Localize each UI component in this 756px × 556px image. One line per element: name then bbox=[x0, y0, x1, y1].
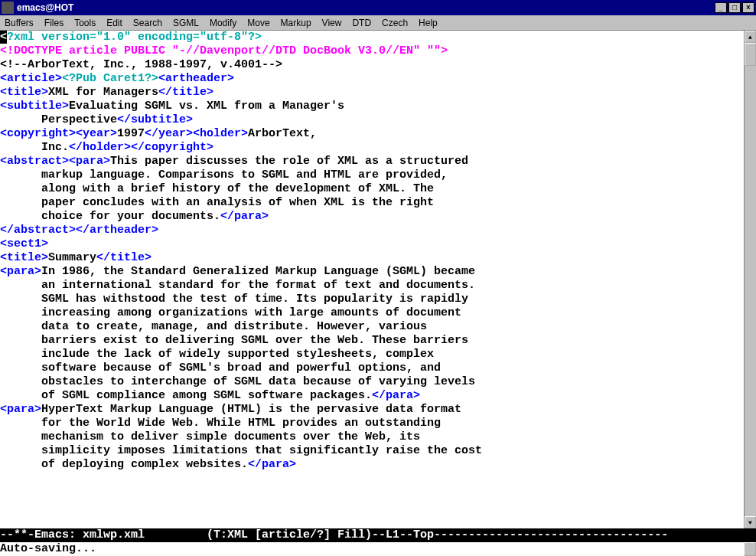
tag-copyright-close: </copyright> bbox=[131, 141, 213, 154]
tag-artheader-close: </artheader> bbox=[76, 224, 158, 237]
cursor: < bbox=[0, 31, 7, 44]
tag-subtitle-open: <subtitle> bbox=[0, 100, 69, 113]
minibuffer[interactable]: Auto-saving... bbox=[0, 542, 744, 556]
text-p1-6: barriers exist to delivering SGML over t… bbox=[0, 334, 468, 347]
tag-holder-close: </holder> bbox=[69, 141, 131, 154]
scroll-track[interactable] bbox=[745, 43, 756, 516]
menu-czech[interactable]: Czech bbox=[382, 18, 408, 28]
menu-markup[interactable]: Markup bbox=[281, 18, 311, 28]
tag-abstract-close: </abstract> bbox=[0, 224, 76, 237]
text-p1-3: SGML has withstood the test of time. Its… bbox=[0, 293, 468, 306]
scroll-down-button[interactable]: ▼ bbox=[745, 516, 756, 528]
menu-sgml[interactable]: SGML bbox=[173, 18, 199, 28]
comment: <!--ArborText, Inc., 1988-1997, v.4001--… bbox=[0, 58, 282, 71]
tag-holder-open: <holder> bbox=[193, 127, 248, 140]
tag-year-close: </year> bbox=[145, 127, 193, 140]
text-p1-8: software because of SGML's broad and pow… bbox=[0, 361, 441, 374]
menu-edit[interactable]: Edit bbox=[106, 18, 122, 28]
pi-pub: <?Pub Caret1?> bbox=[62, 72, 158, 85]
text-p1-10: of SGML compliance among SGML software p… bbox=[0, 389, 372, 402]
menubar: Buffers Files Tools Edit Search SGML Mod… bbox=[0, 15, 756, 31]
text-subtitle: Evaluating SGML vs. XML from a Manager's bbox=[69, 100, 344, 113]
tag-title-open: <title> bbox=[0, 86, 48, 99]
mode-line: --**-Emacs: xmlwp.xml (T:XML [article/?]… bbox=[0, 528, 756, 542]
text-p1-9: obstacles to interchange of SGML data be… bbox=[0, 375, 475, 388]
menu-search[interactable]: Search bbox=[133, 18, 162, 28]
text-abstract-3: along with a brief history of the develo… bbox=[0, 182, 434, 195]
text-abstract-5: choice for your documents. bbox=[0, 210, 220, 223]
scroll-thumb[interactable] bbox=[745, 43, 756, 66]
text-title: XML for Managers bbox=[48, 86, 158, 99]
menu-modify[interactable]: Modify bbox=[210, 18, 236, 28]
tag-para3-open: <para> bbox=[0, 403, 41, 416]
doctype: <!DOCTYPE article PUBLIC "-//Davenport//… bbox=[0, 44, 448, 57]
tag-para3-close: </para> bbox=[248, 458, 296, 471]
text-p2-3: mechanism to deliver simple documents ov… bbox=[0, 430, 420, 443]
text-p1: In 1986, the Standard Generalized Markup… bbox=[41, 265, 475, 278]
text-abstract: This paper discusses the role of XML as … bbox=[110, 155, 468, 168]
xml-declaration: ?xml version="1.0" encoding="utf-8"?> bbox=[7, 31, 262, 44]
text-p1-4: increasing among organizations with larg… bbox=[0, 306, 461, 319]
text-subtitle-cont: Perspective bbox=[0, 113, 117, 126]
window-title: emacs@HOT bbox=[17, 2, 715, 13]
scroll-up-button[interactable]: ▲ bbox=[745, 31, 756, 43]
maximize-button[interactable]: □ bbox=[728, 2, 741, 13]
tag-para-close: </para> bbox=[220, 210, 269, 223]
text-p1-2: an international standard for the format… bbox=[0, 279, 475, 292]
text-p2-5: of deploying complex websites. bbox=[0, 458, 248, 471]
text-summary: Summary bbox=[48, 251, 96, 264]
tag-abstract-open: <abstract> bbox=[0, 155, 69, 168]
titlebar: emacs@HOT _ □ × bbox=[0, 0, 756, 15]
tag-sect1-open: <sect1> bbox=[0, 237, 48, 250]
tag-title2-open: <title> bbox=[0, 251, 48, 264]
text-abstract-2: markup language. Comparisons to SGML and… bbox=[0, 168, 448, 182]
text-abstract-4: paper concludes with an analysis of when… bbox=[0, 196, 434, 209]
tag-title2-close: </title> bbox=[96, 251, 152, 264]
text-p2-2: for the World Wide Web. While HTML provi… bbox=[0, 417, 441, 430]
tag-year-open: <year> bbox=[76, 127, 117, 140]
tag-para2-close: </para> bbox=[372, 389, 420, 402]
menu-tools[interactable]: Tools bbox=[74, 18, 96, 28]
close-button[interactable]: × bbox=[742, 2, 754, 13]
text-holder: ArborText, bbox=[248, 127, 317, 140]
tag-para-open: <para> bbox=[69, 155, 110, 168]
menu-buffers[interactable]: Buffers bbox=[5, 18, 34, 28]
text-holder-cont: Inc. bbox=[0, 141, 69, 154]
app-icon bbox=[2, 2, 14, 14]
text-p1-5: data to create, manage, and distribute. … bbox=[0, 320, 427, 333]
tag-para2-open: <para> bbox=[0, 265, 41, 278]
menu-help[interactable]: Help bbox=[419, 18, 438, 28]
tag-title-close: </title> bbox=[158, 86, 213, 99]
menu-view[interactable]: View bbox=[322, 18, 342, 28]
text-p1-7: include the lack of widely supported sty… bbox=[0, 348, 434, 361]
text-year: 1997 bbox=[117, 127, 145, 140]
editor-buffer[interactable]: <?xml version="1.0" encoding="utf-8"?> <… bbox=[0, 31, 744, 528]
minimize-button[interactable]: _ bbox=[715, 2, 727, 13]
tag-article-open: <article> bbox=[0, 72, 62, 85]
menu-dtd[interactable]: DTD bbox=[352, 18, 371, 28]
text-p2: HyperText Markup Language (HTML) is the … bbox=[41, 403, 461, 416]
tag-subtitle-close: </subtitle> bbox=[117, 113, 193, 126]
vertical-scrollbar[interactable]: ▲ ▼ bbox=[744, 31, 756, 528]
tag-artheader-open: <artheader> bbox=[158, 72, 234, 85]
text-p2-4: simplicity imposes limitations that sign… bbox=[0, 444, 482, 457]
tag-copyright-open: <copyright> bbox=[0, 127, 76, 140]
menu-files[interactable]: Files bbox=[44, 18, 64, 28]
menu-move[interactable]: Move bbox=[247, 18, 269, 28]
resize-grip[interactable] bbox=[744, 542, 756, 556]
